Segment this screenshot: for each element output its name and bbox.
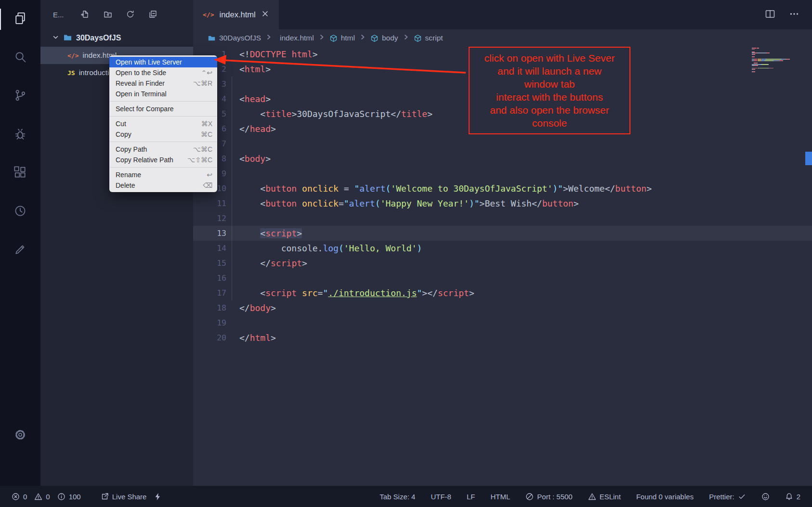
code-line-13[interactable]: 13 <script> bbox=[193, 226, 812, 241]
bell-icon bbox=[785, 493, 793, 501]
context-menu: Open with Live ServerOpen to the Side⌃↩R… bbox=[109, 55, 217, 192]
menu-item-shortcut: ⌘C bbox=[201, 130, 212, 138]
status-notifications[interactable]: 2 bbox=[785, 493, 800, 501]
minimap-line bbox=[752, 63, 798, 64]
menu-item-open-to-the-side[interactable]: Open to the Side⌃↩ bbox=[109, 67, 217, 78]
code-line-18[interactable]: 18</body> bbox=[193, 300, 812, 315]
close-icon[interactable] bbox=[261, 10, 269, 20]
menu-item-rename[interactable]: Rename↩ bbox=[109, 169, 217, 180]
line-number[interactable]: 12 bbox=[193, 211, 234, 226]
git-branch-icon bbox=[13, 89, 27, 104]
code-line-11[interactable]: 11 <button onclick="alert('Happy New Yea… bbox=[193, 196, 812, 211]
line-number[interactable]: 20 bbox=[193, 330, 234, 345]
code-line-20[interactable]: 20</html> bbox=[193, 330, 812, 345]
vscode-window: E... 30DaysOfJS </> index.html JS intr bbox=[0, 0, 812, 507]
activity-explorer[interactable] bbox=[0, 0, 40, 39]
activity-extensions[interactable] bbox=[0, 154, 40, 193]
minimap-line bbox=[752, 58, 798, 59]
activity-settings[interactable] bbox=[0, 416, 40, 455]
status-right: Tab Size: 4UTF-8LFHTMLPort : 5500ESLintF… bbox=[380, 493, 800, 501]
line-number[interactable]: 18 bbox=[193, 300, 234, 315]
tab-index-html[interactable]: </> index.html bbox=[193, 0, 279, 29]
code-line-9[interactable]: 9 bbox=[193, 166, 812, 181]
minimap-line bbox=[752, 59, 798, 60]
menu-item-label: Open to the Side bbox=[116, 69, 166, 77]
code-line-10[interactable]: 10 <button onclick = "alert('Welcome to … bbox=[193, 181, 812, 196]
code-line-17[interactable]: 17 <script src="./introduction.js"></scr… bbox=[193, 286, 812, 300]
status-prettier[interactable]: Prettier: bbox=[709, 493, 746, 501]
activity-edit-session[interactable] bbox=[0, 231, 40, 270]
breadcrumb-item-30daysofjs[interactable]: 30DaysOfJS bbox=[208, 34, 261, 42]
line-number[interactable]: 16 bbox=[193, 271, 234, 286]
code-text: <button onclick = "alert('Welcome to 30D… bbox=[234, 181, 652, 196]
code-line-12[interactable]: 12 bbox=[193, 211, 812, 226]
code-text: </body> bbox=[234, 300, 276, 315]
split-editor-icon[interactable] bbox=[765, 9, 775, 21]
menu-item-cut[interactable]: Cut⌘X bbox=[109, 118, 217, 129]
minimap[interactable] bbox=[752, 48, 798, 73]
menu-item-label: Copy bbox=[116, 130, 131, 138]
overview-ruler-marker bbox=[805, 152, 812, 165]
status-port[interactable]: Port : 5500 bbox=[525, 493, 572, 501]
menu-separator bbox=[110, 167, 217, 168]
code-line-16[interactable]: 16 bbox=[193, 271, 812, 286]
status-problems-warnings[interactable]: 0 bbox=[34, 493, 50, 501]
menu-item-open-in-terminal[interactable]: Open in Terminal bbox=[109, 89, 217, 99]
code-line-14[interactable]: 14 console.log('Hello, World') bbox=[193, 241, 812, 256]
line-number[interactable]: 17 bbox=[193, 286, 234, 300]
bug-icon bbox=[13, 127, 27, 143]
menu-item-copy-path[interactable]: Copy Path⌥⌘C bbox=[109, 144, 217, 155]
breadcrumb-item-body[interactable]: body bbox=[370, 34, 398, 42]
line-number[interactable]: 15 bbox=[193, 256, 234, 271]
status-problems-errors[interactable]: 0 bbox=[12, 493, 27, 501]
line-number[interactable]: 14 bbox=[193, 241, 234, 256]
breadcrumb-label: script bbox=[425, 34, 443, 42]
menu-item-open-with-live-server[interactable]: Open with Live Server bbox=[109, 57, 217, 67]
activity-search[interactable] bbox=[0, 39, 40, 77]
activity-source-control[interactable] bbox=[0, 77, 40, 116]
menu-item-reveal-in-finder[interactable]: Reveal in Finder⌥⌘R bbox=[109, 78, 217, 89]
code-line-19[interactable]: 19 bbox=[193, 315, 812, 330]
menu-item-copy-relative-path[interactable]: Copy Relative Path⌥⇧⌘C bbox=[109, 155, 217, 165]
status-language-mode[interactable]: HTML bbox=[490, 493, 510, 501]
status-problems-info[interactable]: 100 bbox=[57, 493, 81, 501]
minimap-line bbox=[752, 70, 798, 71]
status-quick-run[interactable] bbox=[154, 493, 162, 501]
code-line-15[interactable]: 15 </script> bbox=[193, 256, 812, 271]
code-text: <title>30DaysOfJavaScript</title> bbox=[234, 106, 432, 121]
more-actions-icon[interactable] bbox=[789, 9, 799, 21]
code-line-8[interactable]: 8<body> bbox=[193, 151, 812, 166]
menu-item-copy[interactable]: Copy⌘C bbox=[109, 129, 217, 140]
status-eol[interactable]: LF bbox=[467, 493, 475, 501]
breadcrumb-item-index-html[interactable]: index.html bbox=[276, 34, 314, 42]
status-tab-size[interactable]: Tab Size: 4 bbox=[380, 493, 415, 501]
minimap-line bbox=[752, 52, 798, 52]
folder-row-30daysofjs[interactable]: 30DaysOfJS bbox=[40, 29, 193, 47]
refresh-icon[interactable] bbox=[126, 10, 135, 20]
line-number[interactable]: 19 bbox=[193, 315, 234, 330]
collapse-all-icon[interactable] bbox=[148, 10, 157, 20]
breadcrumb-label: 30DaysOfJS bbox=[219, 34, 261, 42]
js-file-icon: JS bbox=[67, 69, 75, 77]
new-folder-icon[interactable] bbox=[103, 10, 112, 20]
menu-item-delete[interactable]: Delete⌫ bbox=[109, 180, 217, 191]
status-feedback[interactable] bbox=[761, 493, 770, 501]
explorer-title: E... bbox=[53, 11, 64, 19]
activity-history[interactable] bbox=[0, 193, 40, 231]
breadcrumb-item-html[interactable]: html bbox=[329, 34, 355, 42]
line-number[interactable]: 13 bbox=[193, 226, 234, 241]
minimap-line bbox=[752, 56, 798, 57]
status-encoding[interactable]: UTF-8 bbox=[431, 493, 451, 501]
status-variables[interactable]: Found 0 variables bbox=[636, 493, 694, 501]
line-number[interactable]: 11 bbox=[193, 196, 234, 211]
activity-run-debug[interactable] bbox=[0, 116, 40, 154]
minimap-line bbox=[752, 50, 798, 51]
breadcrumb-item-script[interactable]: script bbox=[414, 34, 443, 42]
status-live-share[interactable]: Live Share bbox=[101, 493, 147, 501]
code-line-7[interactable]: 7 bbox=[193, 136, 812, 151]
menu-item-select-for-compare[interactable]: Select for Compare bbox=[109, 104, 217, 114]
minimap-line bbox=[752, 62, 798, 63]
status-eslint[interactable]: ESLint bbox=[588, 493, 621, 501]
new-file-icon[interactable] bbox=[80, 10, 90, 20]
warning-icon bbox=[34, 493, 42, 501]
